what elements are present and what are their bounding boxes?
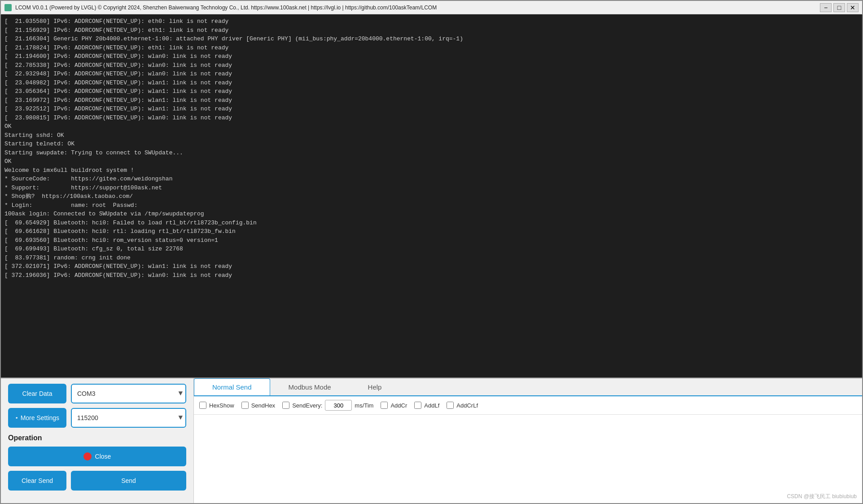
close-port-button[interactable]: Close [8, 447, 186, 466]
add-cr-checkbox[interactable] [381, 402, 388, 409]
terminal-line: OK [4, 122, 859, 131]
baud-rate-select[interactable]: 9600192003840057600115200230400460800921… [71, 408, 186, 428]
terminal-line: Starting telnetd: OK [4, 140, 859, 149]
terminal-line: [ 372.196036] IPv6: ADDRCONF(NETDEV_UP):… [4, 271, 859, 280]
send-every-checkbox[interactable] [282, 402, 289, 409]
add-lf-label[interactable]: AddLf [424, 402, 439, 409]
titlebar: LCOM V0.0.1 (Powered by LVGL) © Copyrigh… [0, 0, 863, 14]
add-crlf-label[interactable]: AddCrLf [456, 402, 478, 409]
clear-send-button[interactable]: Clear Send [8, 471, 66, 491]
hex-show-checkbox[interactable] [199, 402, 206, 409]
row-send: Clear Send Send [8, 471, 186, 491]
app-icon [4, 4, 12, 11]
terminal-line: [ 21.156929] IPv6: ADDRCONF(NETDEV_UP): … [4, 26, 859, 35]
com-port-wrapper: COM1COM2COM3COM4COM5 ▼ [71, 384, 186, 403]
terminal-line: * Shop购? https://100ask.taobao.com/ [4, 192, 859, 201]
main-window: [ 21.035580] IPv6: ADDRCONF(NETDEV_UP): … [0, 14, 863, 504]
add-crlf-checkbox[interactable] [447, 402, 454, 409]
terminal-line: [ 22.932948] IPv6: ADDRCONF(NETDEV_UP): … [4, 70, 859, 79]
terminal-line: [ 69.654929] Bluetooth: hci0: Failed to … [4, 219, 859, 228]
terminal-line: [ 69.693560] Bluetooth: hci0: rom_versio… [4, 236, 859, 245]
tab-normal-send[interactable]: Normal Send [194, 378, 270, 395]
terminal-line: * SourceCode: https://gitee.com/weidongs… [4, 175, 859, 184]
options-bar: HexShow SendHex SendEvery: 300 ms/Tim Ad… [194, 396, 862, 415]
add-cr-label[interactable]: AddCr [390, 402, 407, 409]
send-hex-label[interactable]: SendHex [251, 402, 275, 409]
terminal-line: 100ask login: Connected to SWUpdate via … [4, 210, 859, 219]
terminal-line: * Login: name: root Passwd: [4, 201, 859, 210]
terminal-line: * Support: https://support@100ask.net [4, 184, 859, 193]
terminal-line: [ 22.785338] IPv6: ADDRCONF(NETDEV_UP): … [4, 61, 859, 70]
terminal-line: OK [4, 157, 859, 166]
send-every-group: SendEvery: 300 ms/Tim [282, 400, 373, 411]
terminal-line: Starting sshd: OK [4, 131, 859, 140]
terminal-line: [ 83.977381] random: crng init done [4, 254, 859, 263]
tab-modbus-mode[interactable]: Modbus Mode [270, 378, 350, 395]
baud-rate-wrapper: 9600192003840057600115200230400460800921… [71, 408, 186, 428]
com-port-select[interactable]: COM1COM2COM3COM4COM5 [71, 384, 186, 403]
add-lf-checkbox[interactable] [414, 402, 421, 409]
terminal-line: [ 23.169972] IPv6: ADDRCONF(NETDEV_UP): … [4, 96, 859, 105]
terminal-line: [ 21.194600] IPv6: ADDRCONF(NETDEV_UP): … [4, 52, 859, 61]
terminal-line: Welcome to imx6ull buildroot system ! [4, 166, 859, 175]
clear-data-button[interactable]: Clear Data [8, 384, 66, 403]
row-close: Close [8, 447, 186, 466]
tabs-bar: Normal Send Modbus Mode Help [194, 378, 862, 396]
operation-label: Operation [8, 434, 186, 442]
send-button[interactable]: Send [71, 471, 186, 491]
terminal-line: [ 69.699493] Bluetooth: cfg_sz 0, total … [4, 245, 859, 254]
terminal-line: [ 21.178824] IPv6: ADDRCONF(NETDEV_UP): … [4, 44, 859, 53]
hex-show-group: HexShow [199, 402, 234, 409]
minimize-button[interactable]: − [820, 3, 832, 12]
add-lf-group: AddLf [414, 402, 439, 409]
left-controls: Clear Data COM1COM2COM3COM4COM5 ▼ More S… [1, 378, 194, 503]
terminal-line: [ 23.056364] IPv6: ADDRCONF(NETDEV_UP): … [4, 87, 859, 96]
terminal-line: [ 21.166304] Generic PHY 20b4000.etherne… [4, 35, 859, 44]
terminal-line: [ 23.922512] IPv6: ADDRCONF(NETDEV_UP): … [4, 105, 859, 114]
tab-help[interactable]: Help [350, 378, 400, 395]
send-every-label[interactable]: SendEvery: [292, 402, 322, 409]
send-area[interactable]: CSDN @接飞民工 biubiubiub [194, 415, 862, 503]
terminal-line: Starting swupdate: Trying to connect to … [4, 149, 859, 158]
window-controls: − □ ✕ [820, 3, 859, 12]
add-crlf-group: AddCrLf [447, 402, 478, 409]
add-cr-group: AddCr [381, 402, 407, 409]
terminal-line: [ 23.048982] IPv6: ADDRCONF(NETDEV_UP): … [4, 79, 859, 88]
bottom-panel: Clear Data COM1COM2COM3COM4COM5 ▼ More S… [1, 377, 862, 503]
right-panel: Normal Send Modbus Mode Help HexShow Sen… [194, 378, 862, 503]
row-settings-baud: More Settings 96001920038400576001152002… [8, 408, 186, 428]
row-clear-com: Clear Data COM1COM2COM3COM4COM5 ▼ [8, 384, 186, 403]
terminal-line: [ 23.980815] IPv6: ADDRCONF(NETDEV_UP): … [4, 114, 859, 123]
close-button[interactable]: ✕ [847, 3, 859, 12]
send-every-unit: ms/Tim [355, 402, 373, 409]
terminal-output: [ 21.035580] IPv6: ADDRCONF(NETDEV_UP): … [1, 14, 862, 377]
more-settings-button[interactable]: More Settings [8, 408, 66, 428]
send-hex-group: SendHex [241, 402, 275, 409]
terminal-line: [ 372.021071] IPv6: ADDRCONF(NETDEV_UP):… [4, 262, 859, 271]
gear-icon [15, 415, 18, 421]
terminal-line: [ 21.035580] IPv6: ADDRCONF(NETDEV_UP): … [4, 17, 859, 26]
watermark-text: CSDN @接飞民工 biubiubiub [787, 493, 857, 500]
terminal-line: [ 69.661628] Bluetooth: hci0: rtl: loadi… [4, 227, 859, 236]
window-title: LCOM V0.0.1 (Powered by LVGL) © Copyrigh… [15, 4, 816, 11]
send-hex-checkbox[interactable] [241, 402, 249, 409]
hex-show-label[interactable]: HexShow [209, 402, 234, 409]
send-every-input[interactable]: 300 [325, 400, 352, 411]
red-dot-icon [83, 452, 92, 460]
maximize-button[interactable]: □ [833, 3, 845, 12]
